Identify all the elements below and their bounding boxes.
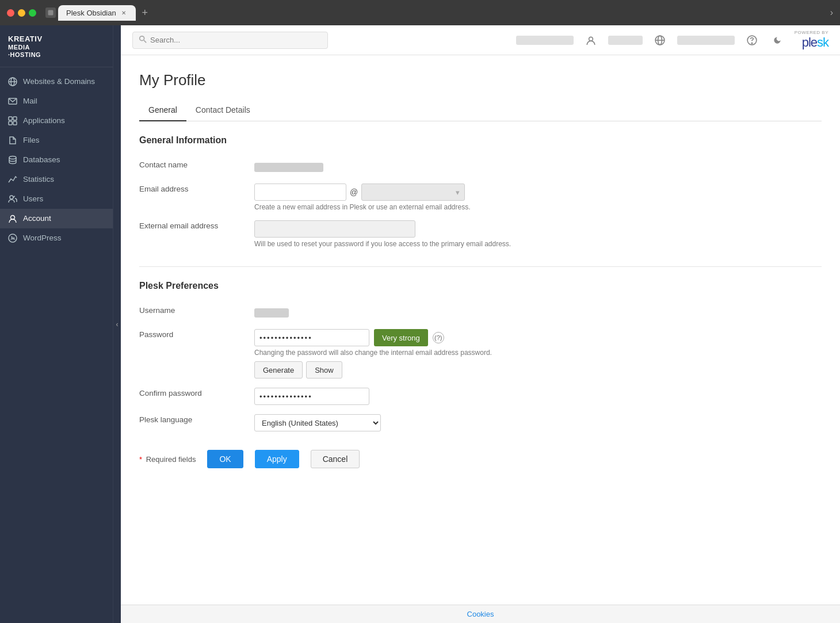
topbar-right: POWERED BY plesk bbox=[516, 30, 828, 50]
minimize-button[interactable] bbox=[18, 9, 25, 17]
page-content: My Profile General Contact Details Gener… bbox=[121, 55, 840, 605]
password-button-group: Generate Show bbox=[254, 361, 822, 379]
wp-icon bbox=[8, 234, 17, 243]
sidebar-label-account: Account bbox=[23, 214, 51, 223]
logo-line1: KREATIV bbox=[8, 35, 105, 44]
required-fields-label: Required fields bbox=[146, 455, 196, 464]
new-tab-button[interactable]: + bbox=[138, 6, 152, 20]
svg-rect-6 bbox=[13, 117, 17, 120]
sidebar-item-statistics[interactable]: Statistics bbox=[0, 170, 113, 189]
external-email-input[interactable] bbox=[254, 220, 415, 238]
active-tab[interactable]: Plesk Obsidian ✕ bbox=[58, 5, 136, 21]
logo-area: KREATIV MEDIA ·HOSTING bbox=[0, 25, 113, 67]
main-content: POWERED BY plesk My Profile General Cont… bbox=[121, 25, 840, 623]
svg-rect-7 bbox=[9, 121, 12, 125]
sidebar-item-mail[interactable]: Mail bbox=[0, 91, 113, 111]
close-button[interactable] bbox=[7, 9, 14, 17]
search-bar[interactable] bbox=[132, 32, 328, 49]
confirm-password-row: Confirm password bbox=[139, 383, 822, 410]
tab-general[interactable]: General bbox=[139, 101, 186, 121]
contact-name-label: Contact name bbox=[139, 155, 254, 179]
tab-title: Plesk Obsidian bbox=[66, 9, 116, 17]
sidebar-label-websites-domains: Websites & Domains bbox=[23, 77, 95, 86]
sidebar-item-files[interactable]: Files bbox=[0, 131, 113, 150]
ok-button[interactable]: OK bbox=[207, 450, 243, 468]
username-row: Username bbox=[139, 300, 822, 324]
powered-by-text: POWERED BY bbox=[795, 30, 828, 35]
sidebar-label-statistics: Statistics bbox=[23, 175, 54, 184]
sidebar-label-files: Files bbox=[23, 136, 40, 144]
cookies-link[interactable]: Cookies bbox=[467, 610, 494, 618]
external-email-hint: Will be used to reset your password if y… bbox=[254, 240, 822, 248]
sidebar: KREATIV MEDIA ·HOSTING Websites & Domain… bbox=[0, 25, 113, 623]
tab-close-button[interactable]: ✕ bbox=[120, 9, 128, 17]
page-tabs: General Contact Details bbox=[139, 101, 822, 121]
form-actions: * Required fields OK Apply Cancel bbox=[139, 450, 822, 468]
browser-chrome: Plesk Obsidian ✕ + › bbox=[0, 0, 840, 25]
bottom-bar: Cookies bbox=[121, 605, 840, 623]
traffic-lights bbox=[7, 9, 36, 17]
language-label: Plesk language bbox=[139, 410, 254, 436]
svg-rect-5 bbox=[9, 117, 12, 120]
fullscreen-button[interactable] bbox=[29, 9, 36, 17]
general-info-title: General Information bbox=[139, 135, 822, 146]
show-password-button[interactable]: Show bbox=[306, 361, 342, 379]
password-input[interactable] bbox=[254, 329, 369, 346]
sidebar-item-account[interactable]: Account bbox=[0, 209, 113, 228]
sidebar-item-websites-domains[interactable]: Websites & Domains bbox=[0, 72, 113, 91]
password-strength-badge: Very strong bbox=[374, 329, 428, 346]
help-circle-icon[interactable] bbox=[744, 32, 760, 48]
email-local-input[interactable] bbox=[254, 184, 346, 201]
email-address-label: Email address bbox=[139, 179, 254, 216]
external-email-label: External email address bbox=[139, 216, 254, 253]
password-input-group: Very strong (?) bbox=[254, 329, 822, 346]
plesk-prefs-form: Username Password Very strong (?) bbox=[139, 300, 822, 436]
section-divider bbox=[139, 266, 822, 267]
users-icon bbox=[8, 194, 17, 204]
sidebar-item-wordpress[interactable]: WordPress bbox=[0, 228, 113, 248]
email-domain-select-blurred: ▾ bbox=[361, 184, 465, 201]
sidebar-item-applications[interactable]: Applications bbox=[0, 111, 113, 131]
username-label: Username bbox=[139, 300, 254, 324]
svg-point-9 bbox=[9, 156, 16, 159]
email-hint: Create a new email address in Plesk or u… bbox=[254, 203, 822, 211]
globe-lang-icon[interactable] bbox=[652, 32, 668, 48]
language-select[interactable]: English (United States) German French Sp… bbox=[254, 414, 381, 431]
tab-contact-details[interactable]: Contact Details bbox=[186, 101, 259, 121]
sidebar-label-wordpress: WordPress bbox=[23, 234, 62, 242]
tab-chevron-icon: › bbox=[830, 7, 833, 18]
topbar-lang-blurred bbox=[677, 36, 735, 45]
generate-password-button[interactable]: Generate bbox=[254, 361, 303, 379]
account-icon bbox=[8, 214, 17, 223]
nav-menu: Websites & Domains Mail Applications Fil… bbox=[0, 67, 113, 623]
cancel-button[interactable]: Cancel bbox=[311, 450, 360, 468]
language-row: Plesk language English (United States) G… bbox=[139, 410, 822, 436]
at-sign: @ bbox=[350, 188, 358, 197]
topbar-username-blurred bbox=[608, 36, 643, 45]
user-icon[interactable] bbox=[583, 32, 599, 48]
confirm-password-label: Confirm password bbox=[139, 383, 254, 410]
general-information-section: General Information Contact name Email a… bbox=[139, 135, 822, 253]
topbar: POWERED BY plesk bbox=[121, 25, 840, 55]
dark-mode-icon[interactable] bbox=[769, 32, 785, 48]
search-icon bbox=[139, 35, 147, 45]
required-star: * bbox=[139, 455, 142, 464]
sidebar-item-users[interactable]: Users bbox=[0, 189, 113, 209]
svg-point-13 bbox=[140, 36, 144, 40]
plesk-preferences-section: Plesk Preferences Username Password bbox=[139, 281, 822, 436]
contact-name-row: Contact name bbox=[139, 155, 822, 179]
email-address-row: Email address @ ▾ Create a new email ad bbox=[139, 179, 822, 216]
contact-name-value bbox=[254, 163, 323, 172]
apply-button[interactable]: Apply bbox=[255, 450, 299, 468]
stats-icon bbox=[8, 175, 17, 184]
search-input[interactable] bbox=[150, 36, 322, 44]
confirm-password-input[interactable] bbox=[254, 388, 369, 405]
password-help-icon[interactable]: (?) bbox=[433, 332, 444, 343]
svg-point-15 bbox=[589, 37, 593, 41]
sidebar-collapse-button[interactable]: ‹ bbox=[113, 25, 121, 623]
app-layout: KREATIV MEDIA ·HOSTING Websites & Domain… bbox=[0, 25, 840, 623]
sidebar-item-databases[interactable]: Databases bbox=[0, 150, 113, 170]
apps-icon bbox=[8, 116, 17, 125]
logo: KREATIV MEDIA ·HOSTING bbox=[8, 35, 105, 59]
required-fields-text: * Required fields bbox=[139, 455, 196, 464]
